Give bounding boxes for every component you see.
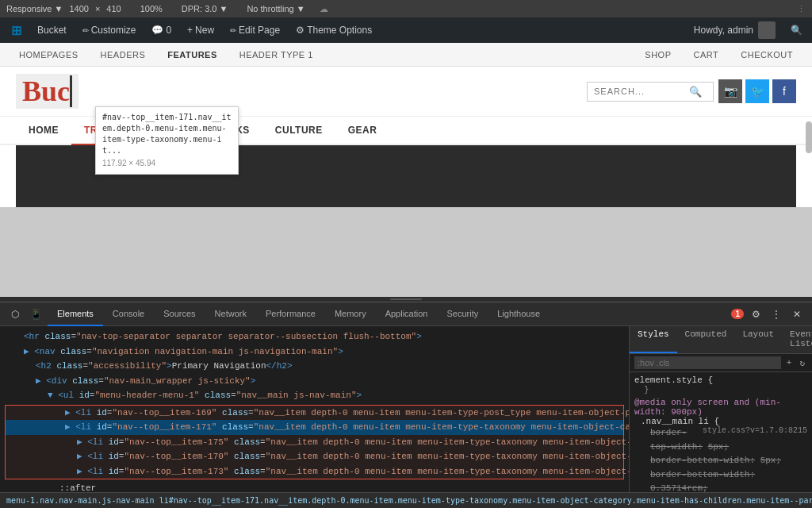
- tab-console[interactable]: Console: [103, 302, 154, 326]
- viewport-height: 410: [106, 4, 121, 13]
- facebook-icon[interactable]: f: [772, 79, 796, 103]
- menu-item-home[interactable]: HOME: [16, 117, 71, 145]
- new-button[interactable]: + New: [181, 17, 220, 43]
- menu-item-gear[interactable]: GEAR: [335, 117, 390, 145]
- avatar: [758, 21, 776, 39]
- tooltip-selector: #nav--top__item-171.nav__item.depth-0.me…: [102, 112, 232, 156]
- styles-tab-styles[interactable]: Styles: [630, 326, 677, 353]
- error-badge: 1: [731, 309, 744, 319]
- site-nav-header-type-1[interactable]: HEADER TYPE 1: [236, 50, 316, 60]
- styles-filter-input[interactable]: [634, 356, 781, 369]
- devtools-breadcrumb: menu-1.nav.nav-main.js-nav-main li#nav--…: [0, 492, 812, 508]
- howdy-section: Howdy, admin: [688, 21, 782, 39]
- styles-tab-events[interactable]: Event Listeners: [782, 326, 812, 353]
- search-input[interactable]: [594, 87, 689, 96]
- wp-admin-bar: ⊞ Bucket ✏ Customize 💬 0 + New ✏ Edit Pa…: [0, 17, 812, 43]
- site-nav-checkout[interactable]: CHECKOUT: [737, 50, 796, 60]
- site-logo: Buc: [16, 75, 79, 108]
- devtools-side-icons: 1 ⚙ ⋮ ✕: [731, 306, 806, 323]
- twitter-icon[interactable]: 🐦: [745, 79, 769, 103]
- comments-count: 0: [166, 25, 171, 36]
- dpr-label[interactable]: DPR: 3.0 ▼: [182, 4, 228, 13]
- tab-sources[interactable]: Sources: [154, 302, 205, 326]
- devtools-toolbar: ⬡ 📱 Elements Console Sources Network Per…: [0, 302, 812, 326]
- devtools-tabs: Elements Console Sources Network Perform…: [48, 302, 550, 326]
- site-nav-right: SHOP CART CHECKOUT: [642, 50, 796, 60]
- tooltip-overlay: #nav--top__item-171.nav__item.depth-0.me…: [95, 106, 239, 175]
- preview-area: Buc #nav--top__item-171.nav__item.depth-…: [0, 67, 812, 297]
- menu-item-culture[interactable]: CULTURE: [262, 117, 335, 145]
- customize-link[interactable]: ✏ Customize: [76, 17, 143, 43]
- styles-add-rule-btn[interactable]: +: [784, 358, 795, 368]
- site-nav-shop[interactable]: SHOP: [642, 50, 674, 60]
- styles-tab-layout[interactable]: Layout: [734, 326, 782, 353]
- html-line: <h2 class="accessibility">Primary Naviga…: [0, 359, 629, 374]
- site-nav-bar: HOMEPAGES HEADERS feaTuRES HEADER TYPE 1…: [0, 43, 812, 67]
- new-label: New: [195, 25, 214, 36]
- site-nav-headers[interactable]: HEADERS: [98, 50, 149, 60]
- settings-button[interactable]: ⚙: [747, 306, 764, 323]
- header-right: 🔍 📷 🐦 f: [587, 79, 796, 103]
- styles-tab-computed[interactable]: Computed: [677, 326, 735, 353]
- edit-page-button[interactable]: ✏ Edit Page: [224, 17, 286, 43]
- styles-content: element.style { } @media only screen and…: [630, 372, 812, 492]
- devtools-body: <hr class="nav-top-separator separator s…: [0, 326, 812, 492]
- html-panel[interactable]: <hr class="nav-top-separator separator s…: [0, 326, 630, 492]
- comments-link[interactable]: 💬 0: [145, 17, 178, 43]
- viewport-width: 1400: [69, 4, 88, 13]
- devtools-panel: ⬡ 📱 Elements Console Sources Network Per…: [0, 302, 812, 508]
- wp-icon: ⊞: [11, 23, 21, 38]
- tab-network[interactable]: Network: [205, 302, 256, 326]
- html-line: ▶ <nav class="navigation navigation-main…: [0, 344, 629, 360]
- theme-options-label: Theme Options: [307, 25, 372, 36]
- search-button[interactable]: 🔍: [689, 86, 702, 98]
- html-line: <hr class="nav-top-separator separator s…: [0, 329, 629, 344]
- html-line: ▶ <li id="nav--top__item-170" class="nav…: [6, 449, 623, 464]
- site-nav-cart[interactable]: CART: [691, 50, 722, 60]
- styles-panel: Styles Computed Layout Event Listeners »…: [630, 326, 812, 492]
- tooltip-size: 117.92 × 45.94: [102, 158, 232, 169]
- styles-tabs: Styles Computed Layout Event Listeners »: [630, 326, 812, 354]
- tab-security[interactable]: Security: [437, 302, 488, 326]
- customize-label: Customize: [91, 25, 136, 36]
- instagram-icon[interactable]: 📷: [718, 79, 742, 103]
- html-line: ▶ <li id="nav--top__item-175" class="nav…: [6, 435, 623, 450]
- tab-performance[interactable]: Performance: [256, 302, 325, 326]
- device-toolbar-button[interactable]: 📱: [27, 306, 44, 323]
- site-name[interactable]: Bucket: [31, 17, 73, 43]
- html-line-selected[interactable]: ▶ <li id="nav--top__item-171" class="nav…: [6, 420, 623, 435]
- styles-refresh-btn[interactable]: ↻: [797, 358, 807, 368]
- wp-logo[interactable]: ⊞: [5, 17, 28, 43]
- tab-lighthouse[interactable]: Lighthouse: [488, 302, 550, 326]
- edit-page-label: Edit Page: [239, 25, 280, 36]
- html-line: ▶ <li id="nav--top__item-169" class="nav…: [6, 406, 623, 421]
- howdy-text: Howdy, admin: [694, 25, 753, 36]
- inspect-element-button[interactable]: ⬡: [6, 306, 24, 323]
- more-options-button[interactable]: ⋮: [768, 306, 785, 323]
- zoom-level[interactable]: 100%: [140, 4, 163, 13]
- search-box[interactable]: 🔍: [587, 82, 714, 102]
- site-nav-features[interactable]: feaTuRES: [164, 50, 220, 60]
- bucket-label: Bucket: [37, 25, 67, 36]
- tab-application[interactable]: Application: [376, 302, 438, 326]
- site-header: Buc #nav--top__item-171.nav__item.depth-…: [0, 67, 812, 117]
- selection-box: ▶ <li id="nav--top__item-169" class="nav…: [5, 405, 624, 480]
- throttle-label[interactable]: No throttling ▼: [247, 4, 304, 13]
- html-line: ::after: [0, 481, 629, 492]
- preview-scrollbar[interactable]: [806, 121, 812, 153]
- html-line: ▶ <li id="nav--top__item-173" class="nav…: [6, 464, 623, 479]
- tab-elements[interactable]: Elements: [48, 302, 103, 326]
- responsive-label[interactable]: Responsive ▼: [6, 4, 63, 13]
- html-line: ▼ <ul id="menu-header-menu-1" class="nav…: [0, 388, 629, 403]
- tab-memory[interactable]: Memory: [325, 302, 376, 326]
- breadcrumb-text: menu-1.nav.nav-main.js-nav-main li#nav--…: [6, 496, 812, 505]
- site-nav-homepages[interactable]: HOMEPAGES: [16, 50, 82, 60]
- html-line: ▶ <div class="nav-main_wrapper js-sticky…: [0, 374, 629, 389]
- styles-filter-row: + ↻: [630, 354, 812, 372]
- browser-toolbar: Responsive ▼ 1400 × 410 100% DPR: 3.0 ▼ …: [0, 0, 812, 17]
- social-icons: 📷 🐦 f: [718, 79, 796, 103]
- website-preview: Buc #nav--top__item-171.nav__item.depth-…: [0, 67, 812, 207]
- admin-search-icon[interactable]: 🔍: [785, 17, 807, 43]
- theme-options-button[interactable]: ⚙ Theme Options: [289, 17, 378, 43]
- close-devtools-button[interactable]: ✕: [788, 306, 806, 323]
